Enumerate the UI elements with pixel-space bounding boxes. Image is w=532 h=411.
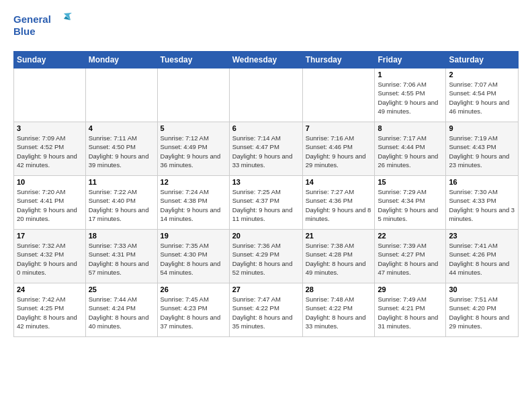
calendar-week-row: 10Sunrise: 7:20 AM Sunset: 4:41 PM Dayli…: [14, 176, 519, 230]
day-number: 11: [89, 178, 154, 186]
day-info: Sunrise: 7:09 AM Sunset: 4:52 PM Dayligh…: [17, 134, 83, 169]
day-info: Sunrise: 7:19 AM Sunset: 4:43 PM Dayligh…: [449, 134, 515, 169]
day-number: 5: [161, 124, 226, 132]
day-info: Sunrise: 7:49 AM Sunset: 4:21 PM Dayligh…: [378, 295, 443, 330]
calendar-cell: 17Sunrise: 7:32 AM Sunset: 4:32 PM Dayli…: [14, 230, 86, 283]
calendar-cell: 24Sunrise: 7:42 AM Sunset: 4:25 PM Dayli…: [14, 283, 86, 337]
day-number: 1: [378, 71, 443, 79]
calendar-cell: 19Sunrise: 7:35 AM Sunset: 4:30 PM Dayli…: [157, 230, 229, 283]
day-info: Sunrise: 7:25 AM Sunset: 4:37 PM Dayligh…: [232, 187, 300, 223]
day-info: Sunrise: 7:30 AM Sunset: 4:33 PM Dayligh…: [449, 187, 515, 223]
day-info: Sunrise: 7:39 AM Sunset: 4:27 PM Dayligh…: [378, 241, 443, 277]
calendar-cell: 20Sunrise: 7:36 AM Sunset: 4:29 PM Dayli…: [229, 230, 302, 283]
day-number: 10: [17, 178, 83, 186]
day-info: Sunrise: 7:42 AM Sunset: 4:25 PM Dayligh…: [17, 295, 83, 330]
day-info: Sunrise: 7:14 AM Sunset: 4:47 PM Dayligh…: [232, 134, 300, 169]
header: General Blue: [13, 11, 519, 44]
day-number: 9: [449, 124, 515, 132]
calendar-cell: [302, 68, 375, 122]
day-number: 24: [17, 285, 83, 293]
day-info: Sunrise: 7:47 AM Sunset: 4:22 PM Dayligh…: [232, 295, 300, 330]
day-number: 18: [89, 232, 154, 240]
day-number: 12: [161, 178, 226, 186]
calendar-cell: 3Sunrise: 7:09 AM Sunset: 4:52 PM Daylig…: [14, 122, 86, 176]
calendar-week-row: 17Sunrise: 7:32 AM Sunset: 4:32 PM Dayli…: [14, 230, 519, 283]
page-container: General Blue SundayMondayTuesdayWednesda…: [0, 0, 532, 344]
calendar-cell: 7Sunrise: 7:16 AM Sunset: 4:46 PM Daylig…: [302, 122, 375, 176]
day-number: 7: [306, 124, 372, 132]
calendar-cell: 15Sunrise: 7:29 AM Sunset: 4:34 PM Dayli…: [375, 176, 446, 230]
col-header-wednesday: Wednesday: [229, 52, 302, 68]
calendar-cell: 1Sunrise: 7:06 AM Sunset: 4:55 PM Daylig…: [375, 68, 446, 122]
calendar-cell: 18Sunrise: 7:33 AM Sunset: 4:31 PM Dayli…: [85, 230, 157, 283]
svg-text:Blue: Blue: [13, 26, 36, 37]
day-number: 16: [449, 178, 515, 186]
day-info: Sunrise: 7:35 AM Sunset: 4:30 PM Dayligh…: [161, 241, 226, 277]
calendar-cell: 4Sunrise: 7:11 AM Sunset: 4:50 PM Daylig…: [85, 122, 157, 176]
calendar-cell: 26Sunrise: 7:45 AM Sunset: 4:23 PM Dayli…: [157, 283, 229, 337]
day-number: 4: [89, 124, 154, 132]
day-number: 28: [306, 285, 372, 293]
day-info: Sunrise: 7:44 AM Sunset: 4:24 PM Dayligh…: [89, 295, 154, 330]
logo-svg: General Blue: [13, 11, 74, 44]
day-number: 26: [161, 285, 226, 293]
calendar-cell: 12Sunrise: 7:24 AM Sunset: 4:38 PM Dayli…: [157, 176, 229, 230]
calendar-week-row: 24Sunrise: 7:42 AM Sunset: 4:25 PM Dayli…: [14, 283, 519, 337]
calendar-week-row: 3Sunrise: 7:09 AM Sunset: 4:52 PM Daylig…: [14, 122, 519, 176]
calendar-cell: 11Sunrise: 7:22 AM Sunset: 4:40 PM Dayli…: [85, 176, 157, 230]
calendar-cell: 30Sunrise: 7:51 AM Sunset: 4:20 PM Dayli…: [446, 283, 519, 337]
calendar-cell: [14, 68, 86, 122]
calendar-cell: 22Sunrise: 7:39 AM Sunset: 4:27 PM Dayli…: [375, 230, 446, 283]
calendar-cell: 16Sunrise: 7:30 AM Sunset: 4:33 PM Dayli…: [446, 176, 519, 230]
day-info: Sunrise: 7:07 AM Sunset: 4:54 PM Dayligh…: [449, 80, 515, 116]
day-info: Sunrise: 7:29 AM Sunset: 4:34 PM Dayligh…: [378, 187, 443, 223]
calendar-cell: 23Sunrise: 7:41 AM Sunset: 4:26 PM Dayli…: [446, 230, 519, 283]
calendar-week-row: 1Sunrise: 7:06 AM Sunset: 4:55 PM Daylig…: [14, 68, 519, 122]
calendar-cell: 29Sunrise: 7:49 AM Sunset: 4:21 PM Dayli…: [375, 283, 446, 337]
day-number: 23: [449, 232, 515, 240]
day-info: Sunrise: 7:24 AM Sunset: 4:38 PM Dayligh…: [161, 187, 226, 223]
calendar-cell: 8Sunrise: 7:17 AM Sunset: 4:44 PM Daylig…: [375, 122, 446, 176]
day-number: 27: [232, 285, 300, 293]
col-header-monday: Monday: [85, 52, 157, 68]
svg-text:General: General: [13, 13, 51, 25]
calendar-header-row: SundayMondayTuesdayWednesdayThursdayFrid…: [14, 52, 519, 68]
col-header-tuesday: Tuesday: [157, 52, 229, 68]
day-number: 29: [378, 285, 443, 293]
calendar-cell: 5Sunrise: 7:12 AM Sunset: 4:49 PM Daylig…: [157, 122, 229, 176]
day-number: 22: [378, 232, 443, 240]
day-info: Sunrise: 7:20 AM Sunset: 4:41 PM Dayligh…: [17, 187, 83, 223]
calendar-table: SundayMondayTuesdayWednesdayThursdayFrid…: [13, 51, 519, 337]
day-number: 3: [17, 124, 83, 132]
col-header-thursday: Thursday: [302, 52, 375, 68]
day-number: 21: [306, 232, 372, 240]
calendar-cell: 28Sunrise: 7:48 AM Sunset: 4:22 PM Dayli…: [302, 283, 375, 337]
day-info: Sunrise: 7:27 AM Sunset: 4:36 PM Dayligh…: [306, 187, 372, 223]
logo: General Blue: [13, 11, 74, 44]
day-info: Sunrise: 7:41 AM Sunset: 4:26 PM Dayligh…: [449, 241, 515, 277]
col-header-sunday: Sunday: [14, 52, 86, 68]
day-number: 19: [161, 232, 226, 240]
day-number: 2: [449, 71, 515, 79]
calendar-cell: 10Sunrise: 7:20 AM Sunset: 4:41 PM Dayli…: [14, 176, 86, 230]
calendar-cell: 27Sunrise: 7:47 AM Sunset: 4:22 PM Dayli…: [229, 283, 302, 337]
col-header-friday: Friday: [375, 52, 446, 68]
col-header-saturday: Saturday: [446, 52, 519, 68]
day-info: Sunrise: 7:12 AM Sunset: 4:49 PM Dayligh…: [161, 134, 226, 169]
day-info: Sunrise: 7:22 AM Sunset: 4:40 PM Dayligh…: [89, 187, 154, 223]
day-info: Sunrise: 7:36 AM Sunset: 4:29 PM Dayligh…: [232, 241, 300, 277]
calendar-cell: 9Sunrise: 7:19 AM Sunset: 4:43 PM Daylig…: [446, 122, 519, 176]
calendar-cell: 25Sunrise: 7:44 AM Sunset: 4:24 PM Dayli…: [85, 283, 157, 337]
day-info: Sunrise: 7:51 AM Sunset: 4:20 PM Dayligh…: [449, 295, 515, 330]
day-info: Sunrise: 7:45 AM Sunset: 4:23 PM Dayligh…: [161, 295, 226, 330]
calendar-cell: [229, 68, 302, 122]
day-info: Sunrise: 7:06 AM Sunset: 4:55 PM Dayligh…: [378, 80, 443, 116]
day-info: Sunrise: 7:16 AM Sunset: 4:46 PM Dayligh…: [306, 134, 372, 169]
day-number: 15: [378, 178, 443, 186]
day-number: 20: [232, 232, 300, 240]
calendar-cell: 6Sunrise: 7:14 AM Sunset: 4:47 PM Daylig…: [229, 122, 302, 176]
calendar-cell: [157, 68, 229, 122]
day-info: Sunrise: 7:38 AM Sunset: 4:28 PM Dayligh…: [306, 241, 372, 277]
day-info: Sunrise: 7:48 AM Sunset: 4:22 PM Dayligh…: [306, 295, 372, 330]
day-info: Sunrise: 7:11 AM Sunset: 4:50 PM Dayligh…: [89, 134, 154, 169]
